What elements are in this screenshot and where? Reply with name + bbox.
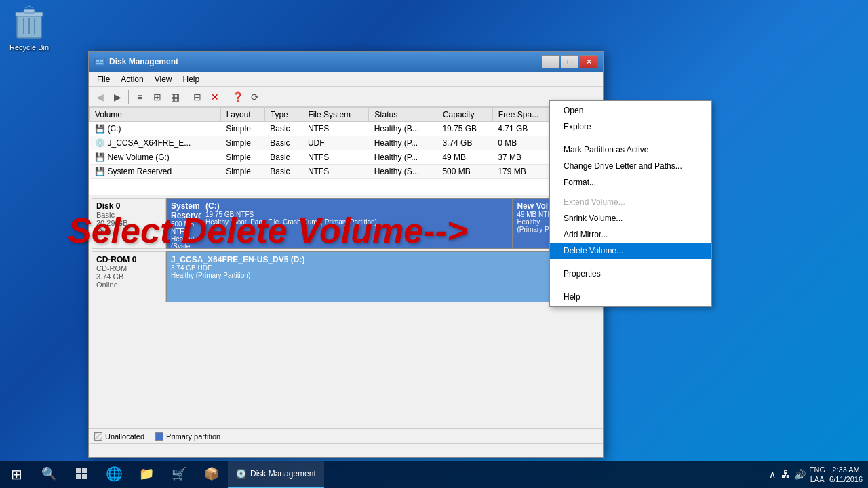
delete-btn[interactable]: ✕ (207, 89, 223, 105)
col-free[interactable]: Free Spa... (492, 108, 556, 122)
legend-primary-label: Primary partition (166, 432, 220, 441)
col-volume[interactable]: Volume (90, 108, 221, 122)
close-button[interactable]: ✕ (580, 55, 597, 68)
active-app-label: Disk Management (250, 469, 316, 479)
context-menu-item[interactable]: Open (550, 102, 711, 119)
back-button[interactable]: ◀ (92, 89, 108, 105)
volume-table-area: Volume Layout Type File System Status Ca… (89, 107, 603, 195)
disk-view: Disk 0 Basic 20.29 GB Online System Rese… (89, 195, 603, 428)
disk-row: CD-ROM 0 CD-ROM 3.74 GB Online J_CCSA_X6… (92, 251, 600, 302)
col-capacity[interactable]: Capacity (437, 108, 492, 122)
table-row[interactable]: 💾System Reserved Simple Basic NTFS Healt… (90, 165, 603, 179)
col-status[interactable]: Status (369, 108, 437, 122)
svg-rect-13 (82, 474, 87, 479)
status-bar (89, 443, 603, 457)
context-menu-separator (550, 192, 711, 192)
legend-unallocated-box (94, 432, 102, 441)
legend-unallocated-label: Unallocated (105, 432, 144, 441)
svg-rect-12 (76, 474, 81, 479)
taskbar-clock[interactable]: 2:33 AM 6/11/2016 (829, 465, 863, 485)
disk-row: Disk 0 Basic 20.29 GB Online System Rese… (92, 198, 600, 249)
toolbar: ◀ ▶ ≡ ⊞ ▦ ⊟ ✕ ❓ ⟳ (89, 87, 603, 107)
taskbar-taskview[interactable] (65, 461, 98, 488)
start-button[interactable]: ⊞ (0, 461, 33, 488)
context-menu-item[interactable]: Add Mirror... (550, 226, 711, 243)
refresh-btn[interactable]: ⟳ (247, 89, 263, 105)
svg-rect-2 (24, 9, 35, 13)
recycle-bin-icon[interactable]: Recycle Bin (5, 5, 53, 52)
disk-management-window: Disk Management ─ □ ✕ File Action View H… (88, 51, 604, 458)
separator-3 (226, 90, 226, 104)
desktop: Recycle Bin Select Delete Volume--> Disk… (0, 0, 868, 488)
context-menu-item[interactable]: Help (550, 289, 711, 305)
forward-button[interactable]: ▶ (109, 89, 125, 105)
context-menu-item[interactable]: Properties (550, 266, 711, 282)
context-menu-item[interactable]: Delete Volume... (550, 243, 711, 259)
taskbar-right: ∧ 🖧 🔊 ENG LAA 2:33 AM 6/11/2016 (767, 465, 868, 485)
disk-partitions: System Reserved 500 MB NTFS Healthy (Sys… (166, 198, 600, 249)
svg-rect-11 (82, 468, 87, 473)
system-tray: ∧ 🖧 🔊 (767, 469, 805, 480)
taskbar-icons: 🔍 🌐 📁 🛒 📦 (33, 461, 228, 488)
main-content: Volume Layout Type File System Status Ca… (89, 107, 603, 428)
show-detail[interactable]: ▦ (167, 89, 183, 105)
tray-network[interactable]: 🖧 (781, 469, 791, 480)
col-layout[interactable]: Layout (220, 108, 264, 122)
title-bar: Disk Management ─ □ ✕ (89, 52, 603, 72)
tray-volume[interactable]: 🔊 (794, 469, 805, 480)
minimize-button[interactable]: ─ (542, 55, 559, 68)
recycle-bin-label: Recycle Bin (5, 43, 53, 52)
properties-btn[interactable]: ⊟ (189, 89, 205, 105)
taskbar: ⊞ 🔍 🌐 📁 🛒 📦 💽 Disk Management ∧ (0, 461, 868, 488)
volume-table: Volume Layout Type File System Status Ca… (89, 107, 603, 179)
window-title: Disk Management (109, 57, 542, 66)
taskbar-explorer[interactable]: 📁 (130, 461, 163, 488)
context-menu-item[interactable]: Mark Partition as Active (550, 142, 711, 158)
maximize-button[interactable]: □ (561, 55, 578, 68)
separator-1 (128, 90, 129, 104)
taskbar-store[interactable]: 🛒 (163, 461, 195, 488)
taskbar-edge[interactable]: 🌐 (98, 461, 130, 488)
table-row[interactable]: 💿J_CCSA_X64FRE_E... Simple Basic UDF Hea… (90, 136, 603, 150)
active-app[interactable]: 💽 Disk Management (228, 461, 324, 488)
tray-lang: ENG LAA (809, 465, 825, 485)
table-row[interactable]: 💾(C:) Simple Basic NTFS Healthy (B... 19… (90, 122, 603, 136)
menu-help[interactable]: Help (178, 73, 205, 85)
separator-2 (186, 90, 186, 104)
active-app-icon: 💽 (236, 469, 246, 479)
menu-bar: File Action View Help (89, 72, 603, 87)
taskbar-box[interactable]: 📦 (195, 461, 228, 488)
legend-primary: Primary partition (155, 432, 220, 441)
col-filesystem[interactable]: File System (302, 108, 369, 122)
menu-view[interactable]: View (149, 73, 178, 85)
context-menu-item[interactable]: Format... (550, 174, 711, 190)
disk-label: CD-ROM 0 CD-ROM 3.74 GB Online (92, 251, 166, 302)
taskbar-search[interactable]: 🔍 (33, 461, 65, 488)
title-bar-buttons: ─ □ ✕ (542, 55, 597, 68)
svg-rect-9 (96, 63, 103, 64)
partition[interactable]: System Reserved 500 MB NTFS Healthy (Sys… (167, 199, 201, 248)
context-menu-item (550, 259, 711, 266)
legend: Unallocated Primary partition (89, 428, 603, 443)
context-menu-item[interactable]: Change Drive Letter and Paths... (550, 158, 711, 174)
context-menu: OpenExploreMark Partition as ActiveChang… (549, 100, 712, 307)
partition[interactable]: J_CCSA_X64FRE_EN-US_DV5 (D:) 3.74 GB UDF… (167, 252, 599, 302)
disk-label: Disk 0 Basic 20.29 GB Online (92, 198, 166, 249)
context-menu-item (550, 282, 711, 289)
show-grid[interactable]: ⊞ (149, 89, 165, 105)
col-type[interactable]: Type (264, 108, 302, 122)
tray-chevron[interactable]: ∧ (767, 469, 778, 480)
svg-rect-6 (95, 58, 104, 66)
menu-action[interactable]: Action (115, 73, 149, 85)
context-menu-item[interactable]: Shrink Volume... (550, 210, 711, 226)
context-menu-item: Extend Volume... (550, 194, 711, 210)
show-list[interactable]: ≡ (132, 89, 148, 105)
context-menu-item[interactable]: Explore (550, 119, 711, 135)
menu-file[interactable]: File (92, 73, 115, 85)
help-btn[interactable]: ❓ (229, 89, 245, 105)
partition[interactable]: (C:) 19.75 GB NTFS Healthy (Boot, Page F… (201, 199, 513, 248)
table-row[interactable]: 💾New Volume (G:) Simple Basic NTFS Healt… (90, 150, 603, 165)
context-menu-item (550, 135, 711, 142)
disk-partitions: J_CCSA_X64FRE_EN-US_DV5 (D:) 3.74 GB UDF… (166, 251, 600, 302)
svg-rect-8 (100, 60, 103, 62)
